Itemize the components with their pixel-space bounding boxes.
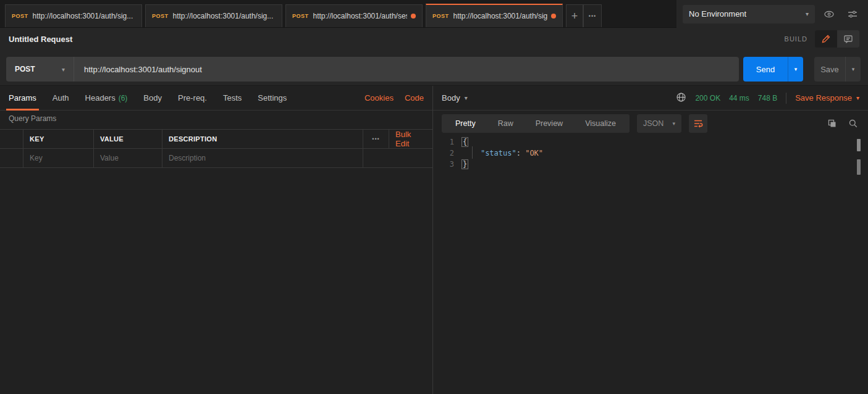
key-cell (23, 149, 94, 167)
row-select-cell[interactable] (0, 149, 23, 167)
unsaved-dot-icon (411, 14, 416, 19)
scrollbar-thumb[interactable] (857, 159, 861, 175)
request-links: Cookies Code (364, 93, 424, 103)
value-column-header: VALUE (94, 130, 162, 148)
response-body-selector[interactable]: Body ▾ (442, 93, 468, 103)
environment-area: No Environment ▾ (676, 0, 868, 28)
view-tab-preview[interactable]: Preview (525, 114, 574, 133)
copy-icon (827, 119, 837, 128)
tab-headers-label: Headers (85, 93, 116, 103)
search-icon (848, 119, 858, 128)
method-badge: POST (292, 13, 309, 19)
tab-url-label: http://localhost:3001/auth/sig... (453, 12, 547, 20)
response-meta: 200 OK 44 ms 748 B Save Response ▾ (676, 92, 859, 104)
view-tab-pretty[interactable]: Pretty (444, 114, 487, 133)
description-input[interactable] (169, 154, 356, 162)
environment-quick-look-button[interactable] (820, 5, 838, 23)
new-tab-button[interactable]: + (566, 4, 583, 27)
environment-label: No Environment (689, 9, 746, 19)
view-tab-visualize[interactable]: Visualize (574, 114, 627, 133)
query-params-title: Query Params (9, 114, 56, 123)
view-tab-raw[interactable]: Raw (487, 114, 525, 133)
pencil-icon (821, 34, 831, 44)
response-body-viewer[interactable]: 1 { 2 "status": "OK" 3 } (433, 136, 868, 394)
line-number: 3 (433, 159, 463, 170)
send-options-button[interactable]: ▾ (788, 57, 803, 82)
postman-app: POST http://localhost:3001/auth/sig... P… (0, 0, 868, 394)
code-link[interactable]: Code (405, 93, 424, 103)
tab-params[interactable]: Params (9, 86, 36, 111)
json-value: "OK" (525, 149, 543, 157)
cookies-link[interactable]: Cookies (364, 93, 394, 103)
tab-tests[interactable]: Tests (223, 86, 242, 111)
request-tab-4-active[interactable]: POST http://localhost:3001/auth/sig... (426, 4, 563, 27)
json-key: "status" (481, 149, 516, 157)
request-header-block: Untitled Request BUILD (0, 28, 868, 86)
comment-icon (843, 34, 853, 44)
environment-selector[interactable]: No Environment ▾ (683, 5, 815, 23)
method-badge: POST (432, 13, 449, 19)
environment-settings-button[interactable] (843, 5, 862, 23)
save-button[interactable]: Save (814, 57, 845, 82)
tab-auth[interactable]: Auth (53, 86, 69, 111)
request-tab-3[interactable]: POST http://localhost:3001/auth/ses... (285, 4, 423, 27)
table-header-row: KEY VALUE DESCRIPTION ••• Bulk Edit (0, 130, 432, 149)
save-response-button[interactable]: Save Response ▾ (795, 93, 859, 103)
chevron-down-icon: ▾ (856, 94, 859, 101)
tab-headers[interactable]: Headers(6) (85, 86, 128, 111)
status-badge: 200 OK (695, 94, 720, 103)
value-input[interactable] (100, 154, 156, 162)
comments-button[interactable] (837, 30, 859, 48)
request-tab-1[interactable]: POST http://localhost:3001/auth/sig... (5, 4, 142, 27)
bulk-edit-link[interactable]: Bulk Edit (395, 130, 426, 148)
indent-guide (472, 146, 473, 159)
description-column-header: DESCRIPTION (162, 130, 363, 148)
method-selector[interactable]: POST ▾ (6, 57, 74, 82)
scrollbar-thumb[interactable] (857, 139, 861, 151)
globe-icon (676, 92, 686, 103)
url-field: POST ▾ (6, 57, 739, 82)
chevron-down-icon: ▾ (672, 120, 675, 127)
request-tabs-strip: POST http://localhost:3001/auth/sig... P… (0, 0, 676, 28)
line-number: 2 (433, 148, 463, 159)
tab-url-label: http://localhost:3001/auth/ses... (313, 12, 407, 20)
mode-toggle-group (815, 30, 859, 48)
tab-body[interactable]: Body (143, 86, 162, 111)
sliders-icon (847, 9, 858, 20)
select-column-header (0, 130, 23, 148)
chevron-down-icon: ▾ (806, 10, 809, 17)
open-brace: { (461, 137, 468, 147)
response-panel: Body ▾ 200 OK 44 ms 748 B Save Response (432, 86, 868, 394)
network-info-button[interactable] (676, 92, 686, 104)
response-toolbar: Pretty Raw Preview Visualize JSON ▾ (442, 114, 859, 133)
tab-prerequest[interactable]: Pre-req. (178, 86, 207, 111)
request-tab-2[interactable]: POST http://localhost:3001/auth/sig... (145, 4, 282, 27)
copy-button[interactable] (826, 117, 838, 130)
request-title: Untitled Request (9, 35, 72, 44)
wrap-text-button[interactable] (689, 114, 707, 133)
chevron-down-icon: ▾ (465, 94, 468, 101)
description-cell (162, 149, 363, 167)
url-input[interactable] (74, 57, 739, 82)
tab-options-button[interactable]: ••• (583, 4, 602, 27)
send-button[interactable]: Send (743, 57, 788, 82)
save-options-button[interactable]: ▾ (845, 57, 861, 82)
json-separator: : (516, 149, 525, 157)
row-trailing-cell (389, 149, 432, 167)
unsaved-dot-icon (551, 14, 556, 19)
format-selector[interactable]: JSON ▾ (637, 114, 681, 133)
build-mode-label: BUILD (785, 35, 807, 43)
key-column-header: KEY (23, 130, 94, 148)
bulk-edit-cell: Bulk Edit (389, 130, 432, 148)
divider (786, 93, 786, 104)
edit-mode-button[interactable] (815, 30, 837, 48)
search-button[interactable] (847, 117, 859, 130)
column-options-button[interactable]: ••• (363, 130, 389, 148)
table-row (0, 149, 432, 168)
key-input[interactable] (30, 154, 87, 162)
request-url-row: POST ▾ Send ▾ Save ▾ (0, 57, 868, 82)
headers-count-badge: (6) (119, 94, 128, 103)
response-view-tabs: Pretty Raw Preview Visualize (442, 114, 630, 133)
workspace: Params Auth Headers(6) Body Pre-req. Tes… (0, 86, 868, 394)
tab-settings[interactable]: Settings (258, 86, 287, 111)
